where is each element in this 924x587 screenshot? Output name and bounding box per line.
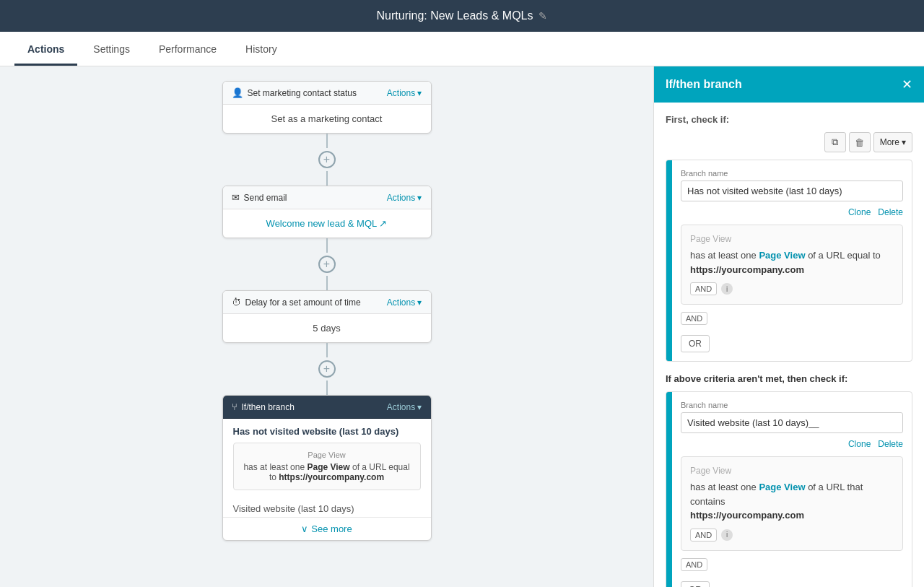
- more-chevron-icon: ▾: [902, 137, 906, 147]
- panel-title: If/then branch: [666, 78, 742, 91]
- branch-panel-content-1: Branch name Clone Delete Page View has a…: [672, 160, 912, 361]
- branch-icon: ⑂: [232, 401, 237, 412]
- tab-performance[interactable]: Performance: [146, 35, 230, 66]
- node-header-delay: ⏱ Delay for a set amount of time Actions…: [223, 291, 431, 314]
- person-icon: 👤: [232, 87, 243, 98]
- node-title-ifthen: If/then branch: [242, 402, 295, 412]
- or-btn-1[interactable]: OR: [681, 335, 710, 352]
- branch-name-input-2[interactable]: [681, 412, 903, 433]
- branch-name-input-1[interactable]: [681, 181, 903, 201]
- info-icon-2[interactable]: i: [721, 529, 733, 541]
- condition-pre-url-1: of a URL equal to: [808, 250, 881, 261]
- clone-button-2[interactable]: Clone: [848, 439, 871, 449]
- add-button-1[interactable]: +: [318, 151, 336, 168]
- node-title-email: Send email: [244, 193, 287, 203]
- delete-button-1[interactable]: Delete: [878, 207, 903, 217]
- tab-settings[interactable]: Settings: [80, 35, 143, 66]
- condition-panel-box-2: Page View has at least one Page View of …: [681, 456, 903, 551]
- condition-link-1[interactable]: Page View: [759, 250, 805, 261]
- and-row-2: AND i: [690, 529, 894, 542]
- page-view-bold-1: Page View: [307, 462, 349, 472]
- teal-bar-1: [666, 160, 672, 361]
- tab-actions[interactable]: Actions: [14, 35, 77, 66]
- node-body-marketing: Set as a marketing contact: [223, 105, 431, 133]
- and-standalone-1: AND: [681, 312, 903, 325]
- delete-icon: 🗑: [855, 137, 864, 148]
- node-marketing-status: 👤 Set marketing contact status Actions ▾…: [222, 81, 432, 134]
- see-more-button[interactable]: ∨ See more: [223, 517, 431, 540]
- main-layout: 👤 Set marketing contact status Actions ▾…: [0, 66, 924, 587]
- branch-title-1: Has not visited website (last 10 days): [233, 426, 421, 437]
- node-header-marketing: 👤 Set marketing contact status Actions ▾: [223, 82, 431, 105]
- condition-url-panel-2: https://yourcompany.com: [690, 510, 804, 521]
- right-panel: If/then branch ✕ First, check if: ⧉ 🗑 Mo…: [653, 66, 924, 587]
- node-header-email: ✉ Send email Actions ▾: [223, 186, 431, 209]
- node-title-marketing: Set marketing contact status: [248, 88, 357, 98]
- if-above-label: If above criteria aren't met, then check…: [666, 373, 912, 384]
- edit-title-icon[interactable]: ✎: [539, 10, 547, 22]
- and-badge-standalone-1[interactable]: AND: [681, 312, 707, 325]
- actions-btn-delay[interactable]: Actions ▾: [387, 297, 422, 308]
- add-button-2[interactable]: +: [318, 256, 336, 273]
- clone-button-1[interactable]: Clone: [848, 207, 871, 217]
- actions-btn-ifthen[interactable]: Actions ▾: [387, 402, 422, 412]
- condition-text-1: has at least one Page View of a URL equa…: [690, 248, 894, 277]
- add-button-3[interactable]: +: [318, 360, 336, 378]
- more-dropdown-button[interactable]: More ▾: [873, 132, 912, 152]
- connector-3: [326, 238, 328, 253]
- mini-condition-title-1: Page View: [243, 451, 411, 459]
- node-header-ifthen: ⑂ If/then branch Actions ▾: [223, 396, 431, 419]
- clock-icon: ⏱: [232, 297, 241, 308]
- copy-toolbar-button[interactable]: ⧉: [824, 132, 846, 152]
- actions-btn-marketing[interactable]: Actions ▾: [387, 88, 422, 98]
- condition-panel-title-1: Page View: [690, 234, 894, 244]
- visited-section: Visited website (last 10 days): [223, 497, 431, 517]
- connector-1: [326, 134, 328, 148]
- see-more-label: See more: [311, 523, 352, 534]
- branch-panel-content-2: Branch name Clone Delete Page View has a…: [672, 392, 912, 587]
- panel-header: If/then branch ✕: [654, 66, 924, 103]
- condition-text-prefix-2: has at least one: [690, 482, 757, 492]
- delete-toolbar-button[interactable]: 🗑: [849, 132, 871, 152]
- email-link[interactable]: Welcome new lead & MQL ↗: [266, 218, 388, 229]
- connector-5: [326, 343, 328, 357]
- info-icon-1[interactable]: i: [721, 283, 733, 295]
- teal-bar-2: [666, 392, 672, 587]
- branch-name-label-2: Branch name: [681, 401, 903, 409]
- and-standalone-2: AND: [681, 558, 903, 571]
- node-send-email: ✉ Send email Actions ▾ Welcome new lead …: [222, 186, 432, 238]
- condition-link-2[interactable]: Page View: [759, 482, 805, 492]
- see-more-chevron: ∨: [301, 523, 308, 534]
- workflow-nodes: 👤 Set marketing contact status Actions ▾…: [222, 81, 432, 541]
- workflow-canvas[interactable]: 👤 Set marketing contact status Actions ▾…: [0, 66, 653, 587]
- tab-history[interactable]: History: [232, 35, 290, 66]
- connector-2: [326, 171, 328, 186]
- mini-condition-1: Page View has at least one Page View of …: [233, 443, 421, 490]
- and-badge-standalone-2[interactable]: AND: [681, 558, 707, 571]
- clone-delete-row-1: Clone Delete: [681, 207, 903, 217]
- panel-close-button[interactable]: ✕: [902, 77, 912, 92]
- or-standalone-2: OR: [681, 575, 903, 588]
- and-badge-2a[interactable]: AND: [690, 529, 717, 542]
- workflow-title: Nurturing: New Leads & MQLs: [377, 9, 533, 22]
- and-badge-1a[interactable]: AND: [690, 282, 717, 295]
- condition-url-panel-1: https://yourcompany.com: [690, 264, 804, 275]
- node-if-then: ⑂ If/then branch Actions ▾ Has not visit…: [222, 395, 432, 541]
- condition-panel-title-2: Page View: [690, 466, 894, 476]
- copy-icon: ⧉: [832, 136, 838, 148]
- condition-text-2: has at least one Page View of a URL that…: [690, 480, 894, 523]
- toolbar-row: ⧉ 🗑 More ▾: [666, 132, 912, 152]
- mini-condition-body-1: has at least one Page View of a URL equa…: [243, 462, 411, 482]
- connector-4: [326, 276, 328, 290]
- node-body-email: Welcome new lead & MQL ↗: [223, 209, 431, 238]
- or-standalone-1: OR: [681, 329, 903, 352]
- and-row-1: AND i: [690, 282, 894, 295]
- connector-6: [326, 381, 328, 395]
- nav-tabs: Actions Settings Performance History: [0, 32, 924, 66]
- first-check-label: First, check if:: [666, 114, 912, 125]
- branch-section-1: Has not visited website (last 10 days) P…: [223, 419, 431, 497]
- delete-button-2[interactable]: Delete: [878, 439, 903, 449]
- actions-btn-email[interactable]: Actions ▾: [387, 193, 422, 203]
- condition-text-prefix-1: has at least one: [690, 250, 757, 261]
- or-btn-2[interactable]: OR: [681, 581, 710, 588]
